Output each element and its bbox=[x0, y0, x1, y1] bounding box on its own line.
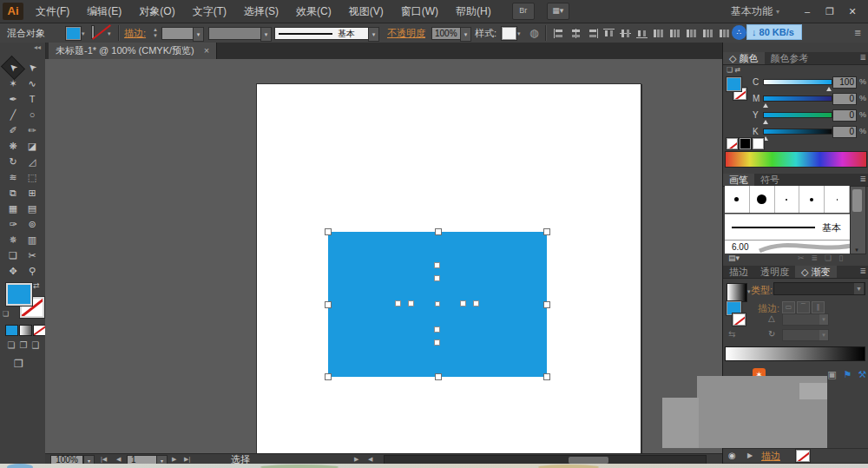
zoom-tool[interactable]: ⚲ bbox=[23, 263, 42, 279]
gradient-across-stroke-icon[interactable]: ∥ bbox=[812, 301, 825, 313]
brush-definition-dropdown-icon[interactable]: ▾ bbox=[368, 27, 379, 42]
perspective-grid-tool[interactable]: ⊞ bbox=[23, 185, 42, 201]
align-bottom-icon[interactable] bbox=[636, 29, 648, 38]
color-spectrum-bar[interactable] bbox=[725, 151, 867, 168]
draw-normal-icon[interactable]: ❏ bbox=[5, 340, 17, 350]
document-tab[interactable]: 未标题-1* @ 100% (CMYK/预览) × bbox=[49, 43, 217, 59]
ellipse-tool[interactable]: ○ bbox=[23, 107, 42, 122]
selection-handle[interactable] bbox=[543, 301, 550, 308]
widget-shirt-icon[interactable]: ⚑ bbox=[841, 368, 854, 381]
blob-brush-tool[interactable]: ❋ bbox=[3, 138, 23, 154]
gradient-slider-bar[interactable] bbox=[725, 346, 865, 361]
stroke-weight-input[interactable] bbox=[161, 27, 196, 40]
slice-tool[interactable]: ✂ bbox=[23, 247, 42, 263]
distribute-bottom-icon[interactable] bbox=[686, 29, 697, 38]
appearance-stroke-label[interactable]: 描边 bbox=[761, 450, 780, 463]
scrollbar-thumb[interactable] bbox=[569, 457, 608, 464]
tab-color-guide[interactable]: 颜色参考 bbox=[765, 52, 815, 64]
distribute-h-center-icon[interactable] bbox=[719, 29, 730, 38]
gradient-thumb-dropdown-icon[interactable]: ▾ bbox=[747, 288, 751, 295]
fill-dropdown-icon[interactable]: ▾ bbox=[82, 30, 85, 37]
go-to-bridge-icon[interactable]: Br bbox=[512, 3, 535, 20]
rotate-tool[interactable]: ↻ bbox=[3, 154, 23, 169]
line-segment-tool[interactable]: ╱ bbox=[3, 107, 23, 122]
artboard-tool[interactable]: ❏ bbox=[3, 247, 23, 263]
menu-item[interactable]: 文字(T) bbox=[184, 0, 235, 23]
paintbrush-tool[interactable]: ✐ bbox=[3, 122, 23, 138]
anchor-point[interactable] bbox=[434, 339, 440, 346]
opacity-dropdown-icon[interactable]: ▾ bbox=[460, 27, 471, 42]
align-h-center-icon[interactable] bbox=[570, 29, 582, 38]
menu-item[interactable]: 选择(S) bbox=[235, 0, 287, 23]
recolor-artwork-icon[interactable]: ◍ bbox=[529, 27, 538, 39]
panel-menu-icon[interactable]: ≣ bbox=[859, 267, 866, 275]
panel-menu-icon[interactable]: ≣ bbox=[859, 175, 866, 183]
slider-handle[interactable] bbox=[826, 84, 832, 91]
scale-tool[interactable]: ◿ bbox=[23, 154, 42, 169]
brush-item-basic[interactable]: 基本 bbox=[725, 214, 865, 240]
channel-value-input[interactable]: 100 bbox=[832, 76, 857, 89]
brush-dot-small[interactable] bbox=[725, 186, 750, 213]
gradient-button[interactable] bbox=[19, 325, 32, 336]
control-panel-menu-icon[interactable]: ≣ bbox=[854, 27, 861, 39]
appearance-row-stroke[interactable]: ◉ ▶ 描边 bbox=[723, 448, 868, 463]
style-dropdown-icon[interactable]: ▾ bbox=[517, 30, 521, 37]
visibility-eye-icon[interactable]: ◉ bbox=[728, 451, 736, 460]
stroke-dropdown-icon[interactable]: ▾ bbox=[108, 30, 111, 37]
menu-item[interactable]: 文件(F) bbox=[27, 0, 78, 23]
width-tool[interactable]: ≋ bbox=[3, 169, 23, 185]
collapse-panel-icon[interactable]: ◂◂ bbox=[34, 43, 41, 51]
stroke-weight-dropdown-icon[interactable]: ▾ bbox=[193, 27, 204, 42]
channel-value-input[interactable]: 0 bbox=[832, 126, 857, 138]
brush-definition-select[interactable]: 基本 bbox=[274, 27, 373, 40]
distribute-v-center-icon[interactable] bbox=[669, 29, 681, 38]
gradient-tool[interactable]: ▤ bbox=[23, 201, 42, 216]
gradient-within-stroke-icon[interactable]: ▭ bbox=[782, 301, 795, 313]
style-swatch[interactable] bbox=[502, 27, 516, 40]
panel-menu-icon[interactable]: ≣ bbox=[859, 53, 866, 62]
tab-close-icon[interactable]: × bbox=[204, 45, 209, 56]
anchor-point[interactable] bbox=[460, 300, 466, 307]
channel-value-input[interactable]: 0 bbox=[832, 109, 857, 122]
eraser-tool[interactable]: ◪ bbox=[23, 138, 42, 154]
appearance-stroke-swatch[interactable] bbox=[796, 450, 810, 462]
distribute-left-icon[interactable] bbox=[702, 29, 713, 38]
none-swatch[interactable] bbox=[727, 138, 738, 149]
tab-gradient[interactable]: ◇ 渐变 bbox=[795, 266, 837, 278]
menu-item[interactable]: 编辑(E) bbox=[78, 0, 130, 23]
tab-stroke[interactable]: 描边 bbox=[723, 266, 754, 278]
minimize-button[interactable]: – bbox=[797, 3, 818, 19]
type-tool[interactable]: T bbox=[23, 91, 42, 107]
brush-options-icon[interactable]: ≣ bbox=[812, 254, 825, 262]
remove-brush-stroke-icon[interactable]: ✂ bbox=[798, 254, 812, 262]
align-right-icon[interactable] bbox=[587, 29, 598, 38]
selection-handle[interactable] bbox=[435, 228, 442, 235]
tab-transparency[interactable]: 透明度 bbox=[754, 266, 795, 278]
brush-dot-medium[interactable] bbox=[799, 186, 825, 213]
opacity-label[interactable]: 不透明度 bbox=[387, 27, 425, 39]
width-profile-dropdown-icon[interactable]: ▾ bbox=[260, 27, 272, 42]
workspace-switcher[interactable]: 基本功能 bbox=[731, 4, 773, 19]
screen-mode-icon[interactable]: ❐ bbox=[14, 358, 23, 370]
network-speed-overlay[interactable]: ∴ ↓ 80 KB/s bbox=[732, 24, 802, 40]
selection-handle[interactable] bbox=[325, 301, 332, 308]
channel-value-input[interactable]: 0 bbox=[832, 93, 857, 105]
fill-color-swatch[interactable] bbox=[66, 27, 81, 40]
anchor-point[interactable] bbox=[473, 300, 479, 307]
gradient-aspect-select[interactable]: ▼ bbox=[782, 329, 829, 341]
eyedropper-tool[interactable]: ✑ bbox=[3, 216, 23, 232]
anchor-point[interactable] bbox=[434, 275, 440, 281]
symbol-sprayer-tool[interactable]: ✵ bbox=[3, 232, 23, 247]
brush-dot-tiny[interactable] bbox=[775, 186, 800, 213]
tab-color[interactable]: ◇ 颜色 bbox=[723, 52, 765, 64]
menu-item[interactable]: 效果(C) bbox=[287, 0, 340, 23]
blend-tool[interactable]: ⊚ bbox=[23, 216, 42, 232]
anchor-point[interactable] bbox=[434, 262, 440, 268]
gradient-along-stroke-icon[interactable]: ⌒ bbox=[797, 301, 810, 313]
slider-track[interactable] bbox=[763, 112, 832, 118]
default-fill-stroke-icon[interactable]: ❏ bbox=[3, 310, 9, 318]
selection-handle[interactable] bbox=[435, 373, 442, 380]
hand-tool[interactable]: ✥ bbox=[3, 263, 23, 279]
tab-symbols[interactable]: 符号 bbox=[754, 174, 786, 186]
slider-handle[interactable] bbox=[763, 101, 768, 108]
